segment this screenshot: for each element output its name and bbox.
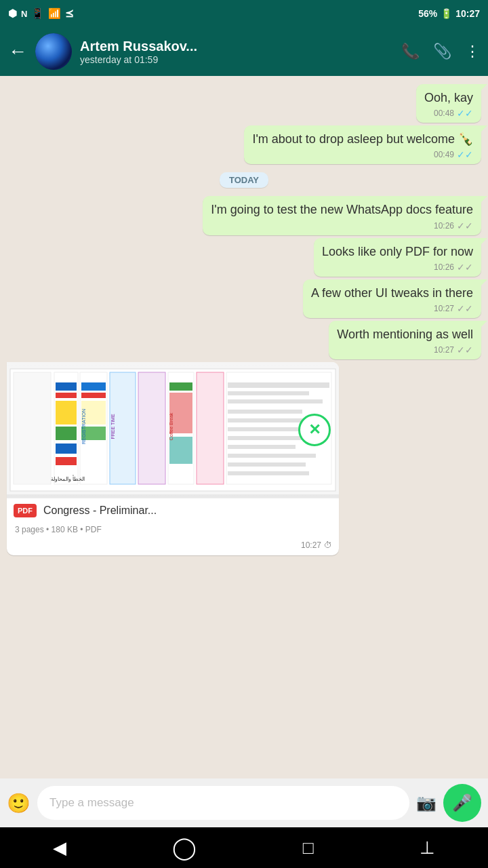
call-icon[interactable]: 📞 — [401, 43, 420, 60]
contact-info[interactable]: Artem Russakov... yesterday at 01:59 — [80, 39, 393, 65]
mic-button[interactable]: 🎤 — [443, 784, 481, 822]
input-placeholder: Type a message — [49, 796, 134, 810]
status-bar-right: 56% 🔋 10:27 — [418, 8, 480, 19]
svg-rect-14 — [81, 393, 106, 398]
message-2-text: I'm about to drop asleep but welcome 🍾 — [252, 131, 473, 148]
message-5: A few other UI tweaks in there 10:27 ✓✓ — [303, 279, 481, 318]
message-6-ticks: ✓✓ — [457, 344, 473, 355]
wifi-icon: 📶 — [48, 7, 61, 20]
chat-header: ← Artem Russakov... yesterday at 01:59 📞… — [0, 27, 488, 76]
message-6-time: 10:27 — [434, 345, 454, 355]
svg-rect-30 — [228, 399, 323, 403]
message-2-ticks: ✓✓ — [457, 149, 473, 160]
svg-rect-25 — [197, 372, 224, 484]
pdf-badge: PDF — [14, 504, 37, 517]
navigation-bar: ◀ ◯ □ ⊥ — [0, 827, 488, 868]
message-6-meta: 10:27 ✓✓ — [337, 344, 473, 355]
message-2-meta: 00:49 ✓✓ — [252, 149, 473, 160]
camera-button[interactable]: 📷 — [416, 793, 436, 812]
message-1-ticks: ✓✓ — [457, 108, 473, 119]
message-1: Ooh, kay 00:48 ✓✓ — [416, 84, 481, 123]
message-1-time: 00:48 — [434, 108, 454, 118]
cancel-x-icon: ✕ — [308, 421, 321, 439]
contact-name: Artem Russakov... — [80, 39, 393, 54]
svg-rect-7 — [56, 393, 77, 398]
nav-home-icon[interactable]: ◯ — [172, 835, 197, 861]
signal-icon: ⪯ — [65, 7, 74, 20]
chat-area: Ooh, kay 00:48 ✓✓ I'm about to drop asle… — [0, 76, 488, 778]
svg-rect-6 — [56, 382, 77, 391]
pdf-meta-row: 3 pages • 180 KB • PDF — [7, 523, 339, 540]
pdf-meta-text: 3 pages • 180 KB • PDF — [15, 525, 102, 534]
svg-rect-11 — [56, 457, 77, 465]
svg-rect-31 — [228, 410, 302, 414]
emoji-button[interactable]: 🙂 — [7, 792, 30, 814]
message-3-text: I'm going to test the new WhatsApp docs … — [211, 201, 473, 218]
svg-text:الخطأ والمحاولة: الخطأ والمحاولة — [51, 475, 85, 482]
nfc-icon: N — [21, 9, 27, 19]
bluetooth-icon: ⬢ — [8, 7, 17, 20]
svg-rect-10 — [56, 443, 77, 454]
status-bar: ⬢ N 📱 📶 ⪯ 56% 🔋 10:27 — [0, 0, 488, 27]
message-2: I'm about to drop asleep but welcome 🍾 0… — [244, 125, 481, 164]
svg-rect-8 — [56, 401, 77, 425]
message-4-ticks: ✓✓ — [457, 262, 473, 273]
svg-text:REGISTRATION: REGISTRATION — [81, 409, 86, 444]
svg-text:Coffee Break: Coffee Break — [169, 412, 174, 440]
message-5-text: A few other UI tweaks in there — [311, 285, 473, 302]
pdf-info-row: PDF Congress - Preliminar... — [7, 498, 339, 523]
message-input[interactable]: Type a message — [37, 786, 409, 820]
svg-rect-37 — [228, 462, 306, 467]
pdf-bottom-meta: 10:27 ⏱ — [7, 540, 339, 555]
contact-status: yesterday at 01:59 — [80, 54, 393, 65]
message-6: Worth mentioning as well 10:27 ✓✓ — [329, 321, 481, 359]
message-4-text: Looks like only PDF for now — [322, 243, 473, 260]
attach-icon[interactable]: 📎 — [433, 43, 451, 60]
pdf-time: 10:27 — [301, 540, 321, 550]
pdf-preview: THE LEBANESE ORDER OF PHARMACISTS 23rd P… — [7, 362, 339, 498]
message-4-time: 10:26 — [434, 262, 454, 272]
pdf-filename: Congress - Preliminar... — [43, 505, 332, 517]
svg-text:FREE TIME: FREE TIME — [110, 414, 115, 439]
svg-rect-28 — [228, 382, 329, 388]
date-divider-today: TODAY — [220, 172, 268, 188]
time-display: 10:27 — [455, 8, 480, 19]
message-5-time: 10:27 — [434, 304, 454, 313]
message-5-meta: 10:27 ✓✓ — [311, 303, 473, 314]
message-3-ticks: ✓✓ — [457, 220, 473, 231]
battery-icon: 🔋 — [441, 8, 452, 19]
message-4: Looks like only PDF for now 10:26 ✓✓ — [314, 238, 481, 277]
header-actions: 📞 📎 ⋮ — [401, 43, 480, 60]
svg-rect-19 — [138, 372, 165, 484]
svg-rect-22 — [169, 382, 192, 391]
battery-percent: 56% — [418, 8, 437, 19]
message-3: I'm going to test the new WhatsApp docs … — [203, 196, 481, 235]
message-3-meta: 10:26 ✓✓ — [211, 220, 473, 231]
message-2-time: 00:49 — [434, 150, 454, 159]
contact-avatar[interactable] — [35, 33, 72, 70]
mic-icon: 🎤 — [452, 793, 472, 812]
svg-rect-2 — [14, 372, 51, 484]
input-area: 🙂 Type a message 📷 🎤 — [0, 778, 488, 827]
svg-rect-38 — [228, 471, 309, 475]
sim-icon: 📱 — [31, 7, 44, 20]
pdf-cancel-button[interactable]: ✕ — [298, 414, 331, 446]
svg-rect-36 — [228, 454, 316, 458]
message-7-pdf[interactable]: THE LEBANESE ORDER OF PHARMACISTS 23rd P… — [7, 362, 339, 555]
svg-rect-35 — [228, 445, 296, 449]
nav-back-icon[interactable]: ◀ — [53, 837, 66, 859]
status-bar-left: ⬢ N 📱 📶 ⪯ — [8, 7, 74, 20]
message-4-meta: 10:26 ✓✓ — [322, 262, 473, 273]
svg-rect-9 — [56, 427, 77, 440]
message-5-ticks: ✓✓ — [457, 303, 473, 314]
back-button[interactable]: ← — [8, 41, 27, 62]
upload-clock-icon: ⏱ — [324, 540, 332, 550]
nav-recents-icon[interactable]: □ — [303, 837, 314, 859]
svg-rect-29 — [228, 391, 309, 395]
nav-menu-icon[interactable]: ⊥ — [420, 837, 435, 859]
message-3-time: 10:26 — [434, 221, 454, 231]
message-1-text: Ooh, kay — [424, 90, 473, 106]
message-6-text: Worth mentioning as well — [337, 326, 473, 343]
message-1-meta: 00:48 ✓✓ — [424, 108, 473, 119]
more-menu-icon[interactable]: ⋮ — [465, 43, 480, 60]
